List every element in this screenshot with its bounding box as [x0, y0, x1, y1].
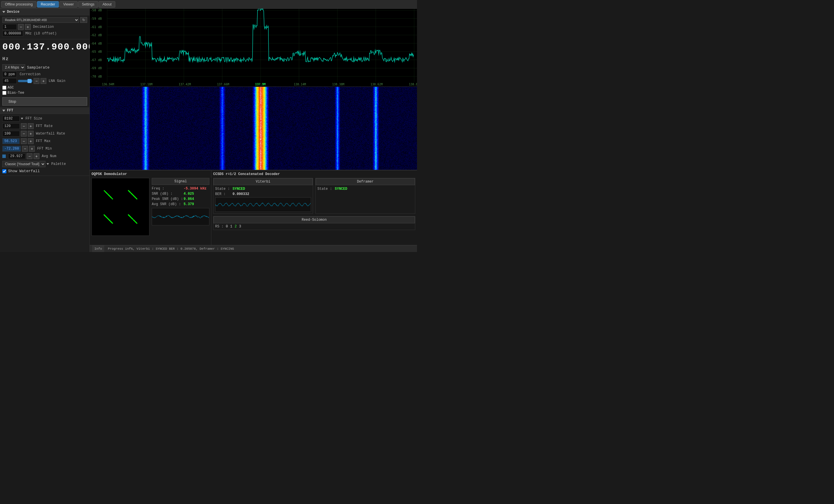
- lna-minus-button[interactable]: −: [34, 78, 39, 84]
- device-refresh-button[interactable]: ↻: [80, 17, 87, 23]
- nav-about[interactable]: About: [99, 1, 115, 7]
- fft-rate-value: 120: [2, 123, 20, 129]
- fft-collapse-icon[interactable]: [2, 110, 5, 112]
- fft-min-label: FFT Min: [37, 147, 87, 151]
- status-bar: Info Progress inf%, Viterbi : SYNCED BER…: [90, 245, 417, 252]
- nav-offline-processing[interactable]: Offline processing: [1, 1, 37, 7]
- freq-row: Freq : -5.3094 kHz: [152, 187, 210, 191]
- correction-row: 0 ppm Correction: [0, 71, 89, 77]
- bias-tee-checkbox-label: Bias-Tee: [2, 91, 24, 95]
- fft-rate-minus-button[interactable]: −: [21, 123, 27, 129]
- rs-val-2: 2: [235, 225, 237, 229]
- samplerate-label: Samplerate: [27, 65, 49, 70]
- avg-num-label: Avg Num: [42, 154, 87, 158]
- waterfall-rate-plus-button[interactable]: +: [28, 131, 34, 137]
- frequency-display[interactable]: 000.137.900.000 Hz: [0, 39, 89, 64]
- viterbi-ber-value: 0.090332: [233, 192, 249, 196]
- rs-row: RS : 0 1 2 3: [214, 223, 415, 230]
- palette-dropdown-icon[interactable]: [47, 163, 49, 165]
- lna-row: 45 − + LNA Gain: [0, 78, 89, 84]
- freq-value: -5.3094 kHz: [183, 187, 206, 191]
- avg-snr-row: Avg SNR (dB) : 5.379: [152, 202, 210, 206]
- agc-checkbox-label: AGC: [2, 86, 14, 90]
- fft-size-dropdown-icon[interactable]: [21, 118, 23, 119]
- nav-viewer[interactable]: Viewer: [59, 1, 77, 7]
- peak-snr-row: Peak SNR (dB) : 9.864: [152, 197, 210, 201]
- fft-max-minus-button[interactable]: −: [21, 138, 27, 144]
- snr-value: 4.025: [183, 192, 194, 196]
- waterfall-rate-row: 100 − + Waterfall Rate: [0, 130, 89, 137]
- viterbi-ber-row: BER : 0.090332: [215, 192, 311, 196]
- decimation-label: Decimation: [33, 25, 54, 29]
- freq-plot-canvas: [152, 208, 209, 225]
- show-waterfall-checkbox[interactable]: [2, 169, 6, 173]
- bias-tee-checkbox[interactable]: [2, 91, 6, 95]
- fft-section-header: FFT: [0, 107, 89, 114]
- device-collapse-icon[interactable]: [2, 11, 5, 13]
- decimation-plus-button[interactable]: +: [25, 24, 31, 30]
- rs-prefix: RS :: [215, 225, 223, 229]
- fft-rate-row: 120 − + FFT Rate: [0, 123, 89, 130]
- fft-section-label: FFT: [7, 109, 13, 113]
- waterfall-canvas: [90, 87, 417, 170]
- device-section-label: Device: [7, 10, 19, 14]
- palette-label: Palette: [51, 162, 87, 166]
- device-select[interactable]: Realtek RTL2838UHIDIR #00: [2, 17, 79, 23]
- fft-rate-label: FFT Rate: [36, 124, 87, 128]
- deframer-state-row: State : SYNCED: [317, 187, 413, 191]
- freq-plot: [152, 208, 210, 225]
- lo-offset-value: 0.000000: [2, 31, 23, 37]
- signal-panel: Signal Freq : -5.3094 kHz SNR (dB) : 4.0…: [152, 178, 210, 236]
- rs-header: Reed-Solomon: [214, 216, 415, 223]
- fft-min-minus-button[interactable]: −: [22, 146, 28, 152]
- status-message: Progress inf%, Viterbi : SYNCED BER : 0.…: [108, 247, 234, 251]
- nav-settings[interactable]: Settings: [78, 1, 98, 7]
- rs-val-1: 1: [230, 225, 232, 229]
- fft-max-label: FFT Max: [36, 139, 87, 143]
- bias-tee-label: Bias-Tee: [7, 91, 24, 95]
- fft-section: 8192 FFT Size 120 − + FFT Rate 100 − + W…: [0, 114, 89, 176]
- lna-plus-button[interactable]: +: [41, 78, 46, 84]
- spectrum-area: [90, 9, 417, 87]
- stop-button[interactable]: Stop: [2, 97, 87, 106]
- spectrum-canvas: [90, 9, 417, 87]
- viterbi-state-value: SYNCED: [233, 187, 245, 191]
- right-panel: OQPSK Demodulator Signal Freq : -5.3094 …: [90, 9, 417, 252]
- waterfall-rate-minus-button[interactable]: −: [21, 131, 27, 137]
- peak-snr-value: 9.864: [183, 197, 194, 201]
- device-section-header: Device: [0, 9, 89, 15]
- nav-recorder[interactable]: Recorder: [37, 1, 59, 7]
- snr-row: SNR (dB) : 4.025: [152, 192, 210, 196]
- demodulator-content: Signal Freq : -5.3094 kHz SNR (dB) : 4.0…: [91, 178, 210, 236]
- deframer-header: Deframer: [316, 178, 415, 185]
- deframer-state-label: State :: [317, 187, 335, 191]
- avg-plus-button[interactable]: +: [34, 153, 39, 159]
- avg-snr-label: Avg SNR (dB) :: [152, 202, 183, 206]
- avg-snr-value: 5.379: [183, 202, 194, 206]
- decimation-minus-button[interactable]: −: [18, 24, 24, 30]
- lna-slider[interactable]: [18, 80, 32, 82]
- samplerate-select[interactable]: 2.4 Msps: [2, 64, 25, 71]
- avg-minus-button[interactable]: −: [27, 153, 32, 159]
- viterbi-content: State : SYNCED BER : 0.090332: [214, 185, 313, 213]
- fft-size-value: 8192: [2, 116, 20, 121]
- palette-select[interactable]: Classic [Youssef Touil]: [2, 161, 45, 167]
- viterbi-header: Viterbi: [214, 178, 313, 185]
- decimation-value: 1: [2, 24, 17, 30]
- viterbi-ber-label: BER :: [215, 192, 233, 196]
- viterbi-state-label: State :: [215, 187, 233, 191]
- fft-max-plus-button[interactable]: +: [28, 138, 34, 144]
- viterbi-box: Viterbi State : SYNCED BER : 0.090332: [213, 178, 313, 214]
- correction-label: Correction: [20, 72, 41, 76]
- decoder-panel: CCSDS r=1/2 Concatenated Decoder Viterbi…: [212, 170, 417, 245]
- samplerate-row: 2.4 Msps Samplerate: [0, 64, 89, 71]
- fft-rate-plus-button[interactable]: +: [28, 123, 34, 129]
- fft-min-plus-button[interactable]: +: [29, 146, 35, 152]
- signal-header: Signal: [152, 178, 210, 185]
- agc-checkbox[interactable]: [2, 86, 6, 90]
- avg-num-value: 29.927: [8, 153, 25, 159]
- correction-value: 0 ppm: [2, 71, 17, 77]
- fft-min-value: -72.260: [2, 146, 21, 152]
- device-section: Realtek RTL2838UHIDIR #00 ↻ 1 − + Decima…: [0, 15, 89, 39]
- decimation-row: 1 − + Decimation: [2, 24, 87, 30]
